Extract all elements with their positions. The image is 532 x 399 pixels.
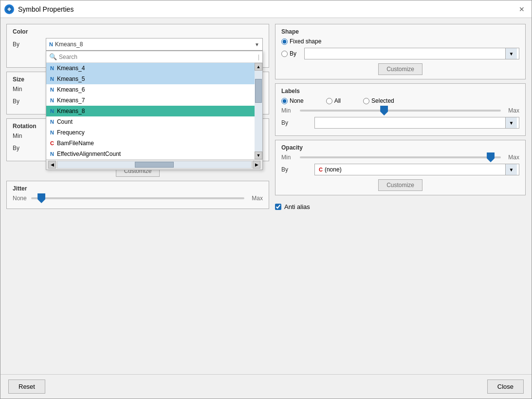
color-by-value: N Kmeans_8 — [49, 41, 83, 48]
opacity-by-value: (none) — [325, 166, 342, 173]
scroll-down-button[interactable]: ▼ — [255, 152, 262, 159]
item-label: Kmeans_4 — [57, 65, 85, 72]
color-by-label: By — [13, 41, 42, 48]
labels-selected-radio-label[interactable]: Selected — [363, 97, 394, 104]
color-by-dropdown[interactable]: N Kmeans_8 ▼ — [46, 38, 263, 51]
window-title: Symbol Properties — [18, 5, 73, 13]
shape-fixed-radio[interactable] — [281, 38, 288, 45]
title-bar: Symbol Properties ✕ — [0, 0, 532, 18]
labels-none-radio-label[interactable]: None — [281, 97, 304, 104]
title-bar-left: Symbol Properties — [4, 4, 73, 14]
labels-none-radio[interactable] — [281, 98, 288, 104]
opacity-by-label: By — [281, 166, 311, 173]
color-section-title: Color — [13, 28, 263, 35]
item-label: Kmeans_8 — [57, 108, 85, 114]
opacity-by-dropdown-arrow[interactable]: ▼ — [505, 164, 517, 175]
shape-by-radio[interactable] — [281, 51, 288, 57]
shape-section: Shape Fixed shape By ▼ — [275, 24, 526, 79]
h-scroll-track — [57, 161, 252, 169]
dropdown-item-frequency[interactable]: N Frequency — [46, 127, 255, 138]
dropdown-item-count[interactable]: N Count — [46, 116, 255, 127]
item-label: Kmeans_7 — [57, 97, 85, 104]
dropdown-item-kmeans4[interactable]: N Kmeans_4 — [46, 63, 255, 74]
opacity-section: Opacity Min Max By C (none) ▼ — [275, 140, 526, 195]
horizontal-scrollbar: ◀ ▶ — [46, 159, 262, 170]
labels-selected-radio[interactable] — [363, 98, 369, 104]
shape-fixed-label: Fixed shape — [290, 38, 321, 45]
jitter-slider-track — [31, 197, 244, 199]
item-label: Kmeans_6 — [57, 86, 85, 93]
shape-fixed-radio-label[interactable]: Fixed shape — [281, 38, 321, 45]
type-n-indicator: N — [50, 130, 54, 135]
search-input[interactable] — [59, 54, 256, 60]
anti-alias-checkbox[interactable] — [275, 204, 281, 210]
labels-all-radio[interactable] — [326, 98, 332, 104]
rotation-min-label: Min — [13, 133, 42, 139]
jitter-slider-row: None Max — [13, 195, 263, 202]
dropdown-arrow-icon: ▼ — [255, 42, 259, 47]
dropdown-item-kmeans8[interactable]: N Kmeans_8 — [46, 106, 255, 116]
labels-none-label: None — [290, 97, 304, 104]
bottom-bar: Reset Close — [0, 374, 532, 399]
shape-by-dropdown[interactable]: ▼ — [304, 48, 519, 59]
jitter-section-title: Jitter — [13, 185, 263, 192]
shape-by-row: By ▼ — [281, 48, 519, 59]
dropdown-item-kmeans5[interactable]: N Kmeans_5 — [46, 74, 255, 84]
opacity-customize-row: Customize — [281, 179, 519, 191]
type-n-indicator: N — [50, 97, 54, 103]
close-button[interactable]: Close — [487, 380, 524, 394]
shape-section-title: Shape — [281, 28, 519, 35]
labels-by-dropdown[interactable]: ▼ — [314, 117, 519, 129]
item-label: Frequency — [57, 129, 85, 136]
labels-slider-thumb[interactable] — [380, 106, 388, 115]
vertical-scrollbar[interactable]: ▲ ▼ — [255, 63, 262, 159]
search-box: 🔍 | — [46, 51, 262, 63]
labels-selected-label: Selected — [371, 97, 394, 104]
labels-by-dropdown-arrow[interactable]: ▼ — [505, 117, 517, 128]
jitter-slider-thumb[interactable] — [37, 193, 45, 203]
left-panel: Color By N Kmeans_8 ▼ — [6, 24, 269, 368]
opacity-slider-thumb[interactable] — [487, 152, 495, 162]
anti-alias-label: Anti alias — [284, 203, 310, 210]
type-n-indicator: N — [50, 151, 54, 157]
shape-fixed-radio-row: Fixed shape — [281, 38, 519, 45]
scroll-left-button[interactable]: ◀ — [48, 161, 56, 169]
right-panel: Shape Fixed shape By ▼ — [275, 24, 526, 368]
cursor-indicator: | — [258, 54, 259, 60]
opacity-by-type: C — [319, 167, 323, 172]
shape-by-dropdown-arrow[interactable]: ▼ — [505, 48, 517, 59]
opacity-by-dropdown[interactable]: C (none) ▼ — [314, 164, 519, 175]
jitter-none-label: None — [13, 195, 27, 202]
opacity-customize-button[interactable]: Customize — [378, 179, 422, 191]
search-icon: 🔍 — [49, 53, 57, 60]
color-dropdown-list: 🔍 | N Kmeans_4 N — [46, 51, 263, 170]
size-min-label: Min — [13, 86, 42, 93]
dropdown-item-kmeans7[interactable]: N Kmeans_7 — [46, 95, 255, 106]
type-n-indicator: N — [50, 76, 54, 82]
scroll-track — [255, 71, 262, 152]
labels-section: Labels None All Selected — [275, 83, 526, 136]
reset-button[interactable]: Reset — [8, 380, 45, 394]
item-label: Kmeans_5 — [57, 76, 85, 82]
opacity-max-label: Max — [505, 154, 519, 161]
size-by-label: By — [13, 98, 42, 105]
scroll-up-button[interactable]: ▲ — [255, 63, 262, 71]
scroll-thumb[interactable] — [255, 79, 262, 103]
h-scroll-thumb[interactable] — [135, 162, 174, 168]
labels-by-row: By ▼ — [281, 117, 519, 129]
close-window-button[interactable]: ✕ — [516, 3, 528, 15]
opacity-section-title: Opacity — [281, 144, 519, 151]
opacity-slider-row: Min Max — [281, 154, 519, 161]
dropdown-item-bamfilename[interactable]: C BamFileName — [46, 138, 255, 149]
dropdown-item-kmeans6[interactable]: N Kmeans_6 — [46, 84, 255, 95]
dropdown-item-effectivealignment[interactable]: N EffectiveAlignmentCount — [46, 149, 255, 159]
type-n-indicator: N — [50, 87, 54, 93]
labels-all-radio-label[interactable]: All — [326, 97, 341, 104]
scroll-right-button[interactable]: ▶ — [253, 161, 260, 169]
item-label: Count — [57, 118, 73, 125]
labels-section-title: Labels — [281, 88, 519, 95]
shape-by-radio-label[interactable]: By — [281, 50, 296, 57]
labels-all-label: All — [334, 97, 341, 104]
shape-customize-button[interactable]: Customize — [378, 63, 422, 75]
app-icon — [4, 4, 14, 14]
